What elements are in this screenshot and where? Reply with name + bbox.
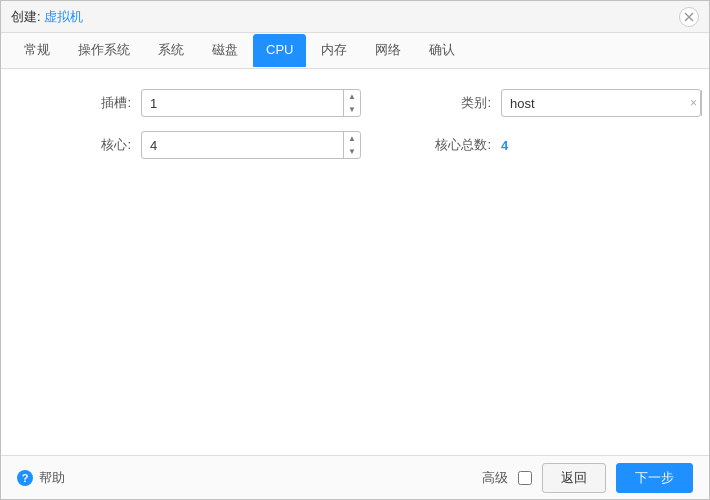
tab-bar: 常规 操作系统 系统 磁盘 CPU 内存 网络 确认: [1, 33, 709, 69]
cores-up-arrow[interactable]: ▲: [344, 132, 360, 145]
main-window: 创建: 虚拟机 常规 操作系统 系统 磁盘 CPU 内存 网络 确认 插槽: ▲: [0, 0, 710, 500]
tab-network[interactable]: 网络: [362, 34, 414, 66]
cores-label: 核心:: [21, 136, 141, 154]
help-icon[interactable]: ?: [17, 470, 33, 486]
content-area: 插槽: ▲ ▼ 类别: × ▼ 核心: ▲: [1, 69, 709, 455]
socket-spinners: ▲ ▼: [343, 90, 360, 116]
cores-down-arrow[interactable]: ▼: [344, 145, 360, 158]
category-input[interactable]: [502, 90, 686, 116]
advanced-label: 高级: [482, 469, 508, 487]
title-prefix: 创建:: [11, 9, 44, 24]
help-label[interactable]: 帮助: [39, 469, 65, 487]
close-icon: [684, 12, 694, 22]
category-label: 类别:: [401, 94, 501, 112]
title-bar-text: 创建: 虚拟机: [11, 8, 83, 26]
tab-confirm[interactable]: 确认: [416, 34, 468, 66]
cpu-form: 插槽: ▲ ▼ 类别: × ▼ 核心: ▲: [21, 89, 689, 159]
next-button[interactable]: 下一步: [616, 463, 693, 493]
socket-up-arrow[interactable]: ▲: [344, 90, 360, 103]
tab-cpu[interactable]: CPU: [253, 34, 306, 66]
tab-general[interactable]: 常规: [11, 34, 63, 66]
cores-spinners: ▲ ▼: [343, 132, 360, 158]
footer-right: 高级 返回 下一步: [482, 463, 693, 493]
socket-input-wrapper: ▲ ▼: [141, 89, 361, 117]
footer-left: ? 帮助: [17, 469, 65, 487]
category-input-wrapper: × ▼: [501, 89, 701, 117]
help-icon-text: ?: [22, 472, 29, 484]
tab-os[interactable]: 操作系统: [65, 34, 143, 66]
socket-label: 插槽:: [21, 94, 141, 112]
back-button[interactable]: 返回: [542, 463, 606, 493]
total-cores-label: 核心总数:: [401, 136, 501, 154]
footer: ? 帮助 高级 返回 下一步: [1, 455, 709, 499]
cores-input[interactable]: [142, 132, 343, 158]
title-bar: 创建: 虚拟机: [1, 1, 709, 33]
total-cores-value: 4: [501, 138, 701, 153]
category-clear-button[interactable]: ×: [686, 96, 701, 110]
socket-input[interactable]: [142, 90, 343, 116]
category-dropdown-button[interactable]: ▼: [701, 90, 709, 116]
cores-input-wrapper: ▲ ▼: [141, 131, 361, 159]
socket-down-arrow[interactable]: ▼: [344, 103, 360, 116]
close-button[interactable]: [679, 7, 699, 27]
advanced-checkbox[interactable]: [518, 471, 532, 485]
tab-memory[interactable]: 内存: [308, 34, 360, 66]
tab-disk[interactable]: 磁盘: [199, 34, 251, 66]
tab-system[interactable]: 系统: [145, 34, 197, 66]
title-vm-name: 虚拟机: [44, 9, 83, 24]
advanced-checkbox-wrap: [518, 471, 532, 485]
